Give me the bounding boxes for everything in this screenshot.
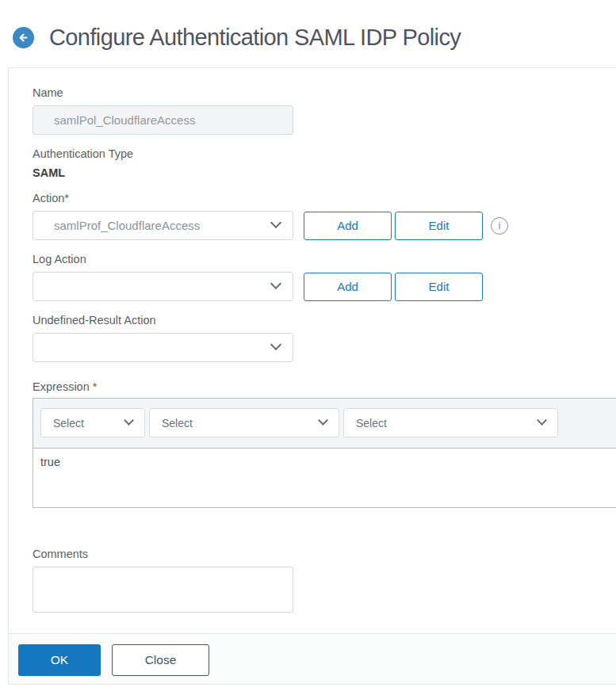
log-action-edit-button[interactable]: Edit	[395, 273, 483, 301]
required-asterisk: *	[93, 380, 98, 393]
chevron-down-icon	[124, 415, 134, 426]
log-action-select[interactable]	[33, 272, 293, 301]
close-button[interactable]: Close	[112, 644, 209, 676]
back-button[interactable]	[13, 27, 34, 48]
expression-select-1-value: Select	[53, 417, 84, 430]
action-row: samlProf_CloudflareAccess Add Edit i	[33, 211, 616, 240]
expression-select-3-value: Select	[356, 417, 387, 430]
expression-label: Expression *	[33, 380, 616, 393]
expression-input[interactable]: true	[33, 448, 616, 507]
expression-select-2[interactable]: Select	[149, 408, 339, 437]
ok-button[interactable]: OK	[18, 644, 101, 676]
page-title: Configure Authentication SAML IDP Policy	[49, 25, 461, 51]
action-select[interactable]: samlProf_CloudflareAccess	[33, 211, 293, 240]
name-input	[33, 105, 293, 135]
action-add-button[interactable]: Add	[304, 212, 392, 240]
form-footer: OK Close	[9, 633, 616, 684]
action-edit-button[interactable]: Edit	[395, 212, 483, 240]
chevron-down-icon	[318, 415, 328, 426]
expression-builder: Select Select Select true	[33, 398, 616, 508]
chevron-down-icon	[537, 415, 547, 426]
log-action-label: Log Action	[33, 253, 616, 265]
name-label: Name	[33, 86, 616, 99]
chevron-down-icon	[270, 217, 281, 228]
log-action-add-button[interactable]: Add	[304, 273, 392, 301]
undefined-action-select[interactable]	[33, 333, 293, 362]
expression-label-text: Expression	[33, 380, 90, 393]
action-select-value: samlProf_CloudflareAccess	[54, 219, 200, 232]
form-panel: Name Authentication Type SAML Action* sa…	[8, 67, 616, 685]
form-body: Name Authentication Type SAML Action* sa…	[9, 68, 616, 616]
log-action-row: Add Edit	[33, 272, 616, 301]
expression-select-3[interactable]: Select	[343, 408, 558, 437]
chevron-down-icon	[270, 278, 281, 289]
page-header: Configure Authentication SAML IDP Policy	[0, 0, 616, 51]
auth-type-label: Authentication Type	[33, 147, 616, 160]
undefined-action-label: Undefined-Result Action	[33, 314, 616, 326]
expression-builder-toolbar: Select Select Select	[33, 399, 616, 448]
chevron-down-icon	[270, 339, 281, 350]
comments-input[interactable]	[33, 567, 293, 613]
info-icon[interactable]: i	[491, 217, 508, 235]
action-label: Action*	[33, 192, 616, 204]
comments-label: Comments	[33, 548, 616, 560]
expression-select-2-value: Select	[162, 417, 193, 430]
back-arrow-icon	[17, 32, 29, 44]
expression-select-1[interactable]: Select	[40, 408, 145, 437]
auth-type-value: SAML	[33, 166, 616, 179]
